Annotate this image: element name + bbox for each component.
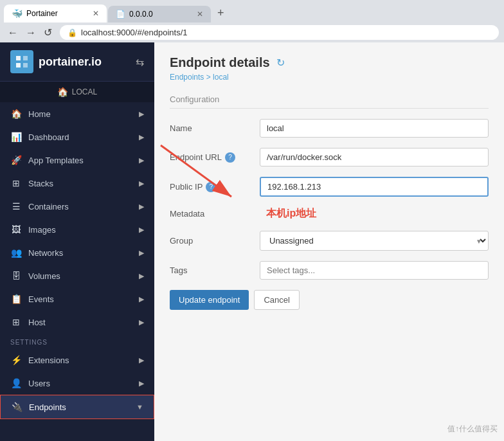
host-icon: ⊞ — [10, 317, 22, 327]
sidebar-item-dashboard-label: Dashboard — [28, 132, 69, 142]
sidebar-nav: 🏠 Home ▶ 📊 Dashboard ▶ 🚀 App Templates ▶… — [0, 102, 154, 441]
sidebar-item-networks-label: Networks — [28, 248, 63, 258]
sidebar-item-stacks-label: Stacks — [28, 179, 53, 188]
url-display: localhost:9000/#/endpoints/1 — [81, 28, 188, 37]
section-label: Configuration — [170, 94, 489, 109]
sidebar-item-users[interactable]: 👤 Users ▶ — [0, 372, 154, 395]
tags-input[interactable] — [260, 261, 489, 280]
sidebar-item-images-label: Images — [28, 225, 56, 235]
sidebar-item-volumes-label: Volumes — [28, 271, 60, 281]
tab-favicon: 🐳 — [12, 8, 22, 19]
containers-arrow: ▶ — [139, 203, 144, 211]
sidebar-item-images[interactable]: 🖼 Images ▶ — [0, 218, 154, 241]
sidebar-item-volumes[interactable]: 🗄 Volumes ▶ — [0, 264, 154, 287]
events-arrow: ▶ — [139, 295, 144, 303]
images-arrow: ▶ — [139, 226, 144, 234]
sidebar-logo: portainer.io ⇆ — [0, 42, 154, 82]
sidebar-item-extensions[interactable]: ⚡ Extensions ▶ — [0, 348, 154, 372]
name-label: Name — [170, 123, 260, 133]
endpoints-arrow: ▼ — [136, 403, 143, 411]
new-tab-button[interactable]: + — [212, 4, 230, 22]
networks-icon: 👥 — [10, 248, 22, 258]
endpoint-url-help-icon[interactable]: ? — [225, 152, 235, 163]
sidebar-item-networks[interactable]: 👥 Networks ▶ — [0, 241, 154, 264]
dashboard-icon: 📊 — [10, 132, 22, 142]
extensions-icon: ⚡ — [10, 355, 22, 365]
sidebar-item-home[interactable]: 🏠 Home ▶ — [0, 102, 154, 125]
sidebar-item-stacks[interactable]: ⊞ Stacks ▶ — [0, 172, 154, 195]
tab2-title: 0.0.0.0 — [129, 10, 153, 19]
sidebar-item-containers[interactable]: ☰ Containers ▶ — [0, 195, 154, 218]
sidebar-toggle-btn[interactable]: ⇆ — [136, 56, 144, 68]
inactive-tab[interactable]: 📄 0.0.0.0 ✕ — [108, 6, 211, 22]
app-templates-arrow: ▶ — [139, 156, 144, 165]
networks-arrow: ▶ — [139, 249, 144, 257]
endpoints-icon: 🔌 — [11, 402, 22, 412]
tab2-close-btn[interactable]: ✕ — [197, 10, 203, 19]
svg-rect-1 — [16, 63, 21, 68]
public-ip-help-icon[interactable]: ? — [206, 182, 216, 192]
breadcrumb-separator: > — [206, 73, 213, 82]
breadcrumb-root[interactable]: Endpoints — [170, 73, 204, 82]
cancel-button[interactable]: Cancel — [254, 290, 299, 310]
public-ip-row: Public IP ? — [170, 177, 489, 197]
settings-section-label: SETTINGS — [0, 334, 154, 348]
sidebar-item-host-label: Host — [28, 318, 46, 327]
sidebar-item-host[interactable]: ⊞ Host ▶ — [0, 310, 154, 334]
users-icon: 👤 — [10, 378, 22, 388]
endpoint-url-row: Endpoint URL ? — [170, 148, 489, 166]
metadata-row: Metadata 本机ip地址 — [170, 207, 489, 221]
annotation-text: 本机ip地址 — [266, 207, 316, 221]
nav-buttons: ← → ↺ — [5, 25, 55, 40]
active-tab[interactable]: 🐳 Portainer ✕ — [4, 4, 107, 22]
host-arrow: ▶ — [139, 318, 144, 327]
page-header: Endpoint details ↻ — [170, 55, 489, 70]
name-input[interactable] — [260, 119, 489, 138]
app-container: portainer.io ⇆ 🏠 LOCAL 🏠 Home ▶ 📊 Dashbo… — [0, 42, 504, 441]
env-icon: 🏠 — [57, 87, 68, 97]
env-label: LOCAL — [72, 87, 97, 96]
reload-button[interactable]: ↺ — [41, 25, 55, 40]
tab-close-btn[interactable]: ✕ — [93, 9, 99, 18]
main-content: Endpoint details ↻ Endpoints > local Con… — [154, 42, 504, 441]
metadata-label: Metadata — [170, 209, 260, 219]
breadcrumb: Endpoints > local — [170, 73, 489, 82]
public-ip-input[interactable] — [260, 177, 489, 197]
svg-rect-0 — [16, 56, 21, 60]
logo-icon — [10, 50, 33, 73]
sidebar-item-app-templates[interactable]: 🚀 App Templates ▶ — [0, 148, 154, 172]
lock-icon: 🔒 — [68, 28, 77, 37]
users-arrow: ▶ — [139, 379, 144, 388]
sidebar-item-containers-label: Containers — [28, 202, 69, 212]
back-button[interactable]: ← — [5, 26, 21, 40]
home-icon: 🏠 — [10, 109, 22, 119]
page-title: Endpoint details — [170, 55, 270, 70]
containers-icon: ☰ — [10, 201, 22, 212]
tags-label: Tags — [170, 266, 260, 275]
stacks-arrow: ▶ — [139, 179, 144, 188]
tab-bar: 🐳 Portainer ✕ 📄 0.0.0.0 ✕ + — [0, 0, 504, 22]
watermark: 值↑什么值得买 — [447, 424, 498, 435]
group-select[interactable]: Unassigned — [260, 231, 489, 251]
update-endpoint-button[interactable]: Update endpoint — [170, 290, 249, 310]
endpoint-url-input[interactable] — [260, 148, 489, 166]
url-box[interactable]: 🔒 localhost:9000/#/endpoints/1 — [60, 25, 499, 40]
extensions-arrow: ▶ — [139, 356, 144, 364]
sidebar-item-events[interactable]: 📋 Events ▶ — [0, 287, 154, 310]
svg-rect-2 — [23, 56, 28, 60]
public-ip-label: Public IP ? — [170, 182, 260, 192]
sidebar-item-users-label: Users — [28, 379, 50, 388]
sidebar-item-events-label: Events — [28, 294, 54, 304]
sidebar-item-home-label: Home — [28, 109, 51, 119]
volumes-arrow: ▶ — [139, 272, 144, 280]
group-label: Group — [170, 236, 260, 246]
sidebar-item-dashboard[interactable]: 📊 Dashboard ▶ — [0, 125, 154, 148]
forward-button[interactable]: → — [23, 26, 39, 40]
sidebar-item-endpoints-label: Endpoints — [29, 402, 66, 412]
sidebar-item-endpoints[interactable]: 🔌 Endpoints ▼ — [0, 395, 154, 419]
tab2-favicon: 📄 — [116, 10, 125, 19]
sidebar: portainer.io ⇆ 🏠 LOCAL 🏠 Home ▶ 📊 Dashbo… — [0, 42, 154, 441]
sidebar-item-extensions-label: Extensions — [28, 356, 69, 365]
dashboard-arrow: ▶ — [139, 133, 144, 141]
refresh-icon[interactable]: ↻ — [276, 57, 285, 69]
